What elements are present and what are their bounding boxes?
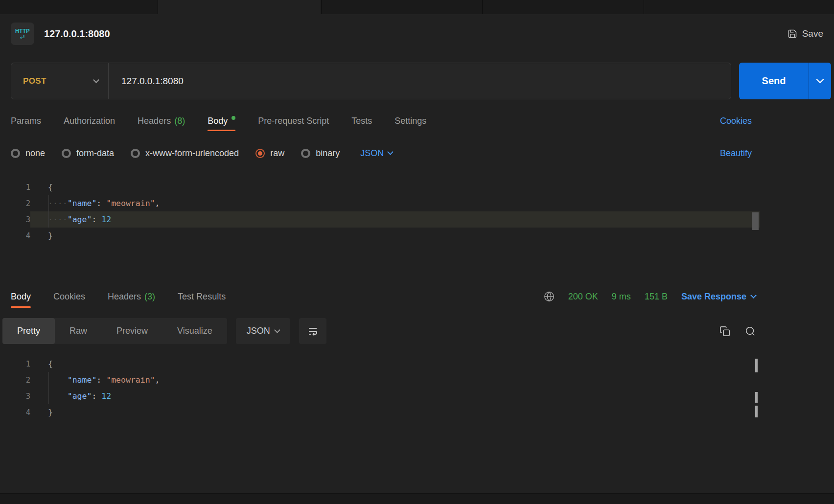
search-icon (745, 326, 756, 337)
footer-bar (0, 493, 834, 504)
search-button[interactable] (745, 326, 756, 337)
radio-icon (62, 149, 71, 158)
tab-divider (321, 0, 322, 14)
radio-binary[interactable]: binary (301, 148, 340, 159)
line-number: 4 (0, 231, 30, 240)
radio-selected-icon (255, 149, 265, 158)
body-modified-dot (232, 116, 235, 120)
response-view-switch: Pretty Raw Preview Visualize (2, 318, 227, 344)
radio-none[interactable]: none (11, 148, 45, 159)
response-header: Body Cookies Headers(3) Test Results 200… (11, 285, 756, 308)
code-text: "name": "meowrain", (30, 372, 760, 388)
tab-pre-request-script[interactable]: Pre-request Script (258, 111, 329, 131)
line-number: 3 (0, 392, 30, 401)
radio-icon (11, 149, 20, 158)
chevron-down-icon (93, 77, 99, 83)
tab-params[interactable]: Params (11, 111, 41, 131)
overview-ruler-mark (755, 392, 758, 403)
tab-headers[interactable]: Headers(8) (138, 111, 185, 131)
line-number: 4 (0, 408, 30, 417)
save-label: Save (802, 28, 823, 39)
chevron-down-icon (816, 76, 824, 84)
tab-divider (482, 0, 483, 14)
method-select[interactable]: POST (11, 76, 108, 86)
editor-scrollbar[interactable] (752, 212, 759, 230)
code-line-current: 3 ····"age": 12 (0, 211, 760, 228)
code-text: "age": 12 (30, 388, 760, 404)
response-headers-count-badge: (3) (144, 292, 155, 302)
line-number: 2 (0, 376, 30, 385)
chevron-down-icon (387, 149, 394, 155)
response-tab-test-results[interactable]: Test Results (178, 285, 226, 308)
tab-settings[interactable]: Settings (394, 111, 426, 131)
copy-icon (719, 326, 730, 337)
send-label[interactable]: Send (739, 63, 809, 99)
url-input[interactable]: 127.0.0.1:8080 (109, 76, 731, 87)
view-tab-raw[interactable]: Raw (55, 318, 102, 344)
line-number: 3 (0, 215, 30, 224)
network-globe-icon (544, 291, 555, 302)
http-request-icon: HTTP ⇄ (11, 23, 34, 45)
response-tab-headers[interactable]: Headers(3) (108, 285, 155, 308)
response-tab-cookies[interactable]: Cookies (53, 285, 85, 308)
view-tab-visualize[interactable]: Visualize (162, 318, 227, 344)
code-line: 4 } (0, 228, 760, 244)
indent-guide (48, 195, 49, 228)
response-tab-body[interactable]: Body (11, 285, 31, 308)
radio-raw[interactable]: raw (255, 148, 284, 159)
send-button[interactable]: Send (739, 63, 831, 99)
line-number: 1 (0, 360, 30, 368)
chevron-down-icon (274, 327, 280, 333)
response-time: 9 ms (612, 292, 631, 302)
beautify-link[interactable]: Beautify (720, 148, 752, 159)
radio-form-data[interactable]: form-data (62, 148, 114, 159)
view-tab-pretty[interactable]: Pretty (2, 318, 55, 344)
body-mode-row: none form-data x-www-form-urlencoded raw… (11, 144, 752, 162)
send-options-button[interactable] (809, 63, 831, 99)
code-line: 2 "name": "meowrain", (0, 372, 760, 388)
tab-tests[interactable]: Tests (351, 111, 372, 131)
request-body-editor[interactable]: 1 { 2 ····"name": "meowrain", 3 ····"age… (0, 179, 760, 277)
overview-ruler-mark (755, 359, 758, 372)
radio-icon (131, 149, 140, 158)
tab-body[interactable]: Body (208, 111, 235, 131)
overview-ruler-mark (755, 406, 758, 417)
line-number: 2 (0, 199, 30, 208)
save-button[interactable]: Save (788, 28, 823, 39)
code-line: 3 "age": 12 (0, 388, 760, 404)
copy-button[interactable] (719, 326, 730, 337)
status-badge: 200 OK (568, 292, 598, 302)
code-line: 4 } (0, 404, 760, 420)
wrap-lines-button[interactable] (299, 318, 326, 344)
save-icon (788, 29, 797, 39)
view-tab-preview[interactable]: Preview (102, 318, 162, 344)
headers-count-badge: (8) (174, 116, 185, 126)
radio-x-www-form-urlencoded[interactable]: x-www-form-urlencoded (131, 148, 239, 159)
tab-authorization[interactable]: Authorization (64, 111, 115, 131)
code-text: ····"name": "meowrain", (30, 195, 760, 211)
method-label: POST (23, 76, 46, 86)
code-text: } (30, 228, 760, 244)
code-text: { (30, 179, 760, 195)
code-line: 1 { (0, 179, 760, 195)
url-box: POST 127.0.0.1:8080 (11, 63, 731, 99)
indent-guide (48, 372, 49, 404)
line-number: 1 (0, 183, 30, 192)
cookies-link[interactable]: Cookies (720, 116, 752, 126)
request-header: HTTP ⇄ 127.0.0.1:8080 Save (11, 22, 823, 46)
code-line: 1 { (0, 356, 760, 372)
code-text: ····"age": 12 (30, 211, 760, 228)
active-request-tab[interactable] (158, 0, 321, 15)
wrap-line-icon (307, 325, 319, 337)
radio-icon (301, 149, 310, 158)
response-tools (719, 326, 756, 337)
request-url-row: POST 127.0.0.1:8080 Send (11, 63, 831, 99)
tab-divider (644, 0, 644, 14)
response-language-select[interactable]: JSON (236, 318, 290, 344)
code-line: 2 ····"name": "meowrain", (0, 195, 760, 211)
tab-divider (158, 0, 158, 14)
body-language-select[interactable]: JSON (360, 148, 393, 159)
save-response-button[interactable]: Save Response (681, 292, 756, 302)
response-body-viewer[interactable]: 1 { 2 "name": "meowrain", 3 "age": 12 4 … (0, 356, 760, 429)
request-tabs: Params Authorization Headers(8) Body Pre… (11, 111, 752, 131)
